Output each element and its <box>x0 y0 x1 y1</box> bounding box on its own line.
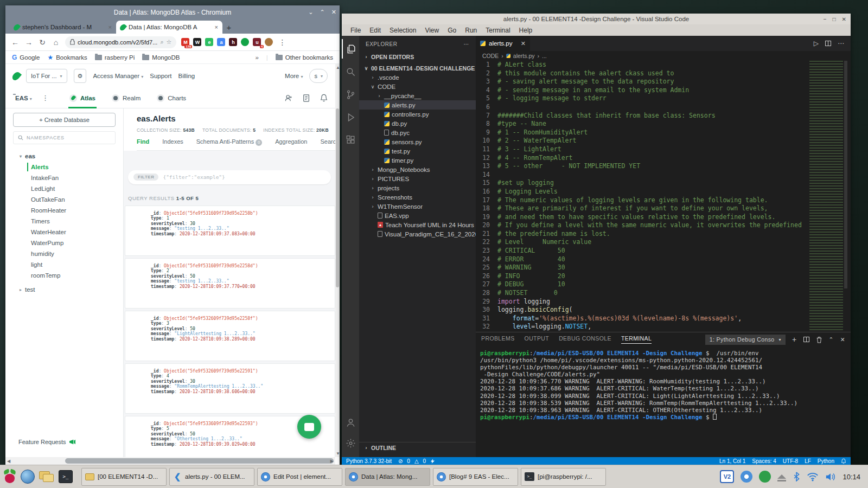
outline-section[interactable]: ›OUTLINE <box>359 442 476 453</box>
tree-item-w1themsensor[interactable]: ›W1ThemSensor <box>359 202 476 211</box>
run-file-icon[interactable]: ▷ <box>814 40 819 47</box>
collection-item-light[interactable]: light <box>5 259 123 270</box>
evernote-icon[interactable]: e <box>205 38 213 46</box>
tree-item-eas-vpp[interactable]: EAS.vpp <box>359 211 476 220</box>
taskbar-window-button[interactable]: Data | Atlas: Mong... <box>345 468 430 486</box>
zoom-icon[interactable]: ⌕ <box>160 38 163 46</box>
wifi-icon[interactable] <box>807 472 819 481</box>
new-tab-button[interactable]: + <box>222 21 235 34</box>
bookmark-star-icon[interactable]: ☆ <box>167 38 172 46</box>
account-icon[interactable] <box>342 413 359 432</box>
document-card[interactable]: _id: ObjectId("5fe9f531609f739d95e2258d"… <box>125 258 335 309</box>
source-control-icon[interactable] <box>342 85 359 104</box>
filter-bar[interactable]: FILTER {"filter":"example"} <box>128 170 331 184</box>
other-bookmarks-folder[interactable]: Other bookmarks <box>276 54 333 61</box>
bookmark-item[interactable]: ★Bookmarks <box>47 54 87 61</box>
forward-icon[interactable]: → <box>24 38 33 47</box>
tab-alerts-py[interactable]: alerts.py ✕ <box>476 36 530 51</box>
eject-media-icon[interactable] <box>777 474 786 479</box>
support-link[interactable]: Support <box>150 73 171 79</box>
scroll-left-icon[interactable]: ◀ <box>7 459 10 464</box>
tree-item-mongp-notebooks[interactable]: ›Mongp_Notebooks <box>359 165 476 174</box>
bookmark-item[interactable]: rasberry Pi <box>95 54 135 61</box>
close-tab-icon[interactable]: ✕ <box>521 40 526 47</box>
green-status-tray-icon[interactable] <box>759 471 771 483</box>
org-switcher[interactable]: IoT For ...▾ <box>26 69 67 83</box>
split-terminal-icon[interactable] <box>803 337 809 342</box>
minimize-icon[interactable]: − <box>824 16 827 22</box>
explorer-icon[interactable] <box>342 39 359 59</box>
settings-gear-icon[interactable] <box>342 433 359 453</box>
panel-tab-output[interactable]: OUTPUT <box>525 335 550 344</box>
kill-terminal-icon[interactable] <box>816 336 822 343</box>
maximize-panel-icon[interactable]: ⌃ <box>829 336 834 343</box>
code-editor[interactable]: 1# ALert class2# this module contains th… <box>476 61 851 332</box>
mail-icon[interactable]: M178 <box>181 38 189 46</box>
scroll-down-icon[interactable]: ▼ <box>336 451 340 456</box>
breadcrumb[interactable]: CODE› alerts.py›... <box>476 51 851 61</box>
menu-selection[interactable]: Selection <box>385 27 420 34</box>
tree-item-00-element14-design-challenge[interactable]: ∨00 ELEMENT14 -DESIGN CHALLENGE <box>359 63 476 73</box>
tree-item--vscode[interactable]: ›.vscode <box>359 73 476 82</box>
collection-tab-search-i[interactable]: Search I <box>320 138 335 146</box>
taskbar-window-button[interactable]: [00 ELEMENT14 -D... <box>81 468 167 486</box>
bookmarks-overflow-icon[interactable]: » <box>255 54 258 61</box>
tree-item-alerts-py[interactable]: alerts.py <box>359 100 476 110</box>
menu-file[interactable]: File <box>346 27 365 34</box>
panel-tab-terminal[interactable]: TERMINAL <box>621 335 652 344</box>
indentation[interactable]: Spaces: 4 <box>752 458 776 464</box>
taskbar-window-button[interactable]: [Blog# 9 EAS - Elec... <box>433 468 518 486</box>
close-tab-icon[interactable]: × <box>108 24 112 30</box>
avatar-icon[interactable] <box>265 38 273 46</box>
close-icon[interactable]: ✕ <box>842 16 846 22</box>
open-editors-section[interactable]: ›OPEN EDITORS <box>359 52 476 61</box>
split-editor-icon[interactable] <box>825 41 831 46</box>
browser-tab[interactable]: Data | Atlas: MongoDB A× <box>116 21 222 34</box>
taskbar-window-button[interactable]: ❮alerts.py - 00 ELEM... <box>169 468 254 486</box>
access-manager-menu[interactable]: Access Manager ▾ <box>93 73 143 79</box>
terminal-selector[interactable]: 1: Python Debug Conso▾ <box>705 335 786 345</box>
vertical-scrollbar[interactable]: ▲ ▼ <box>335 64 340 457</box>
explorer-more-icon[interactable]: ⋯ <box>464 41 470 47</box>
invite-user-icon[interactable] <box>285 94 293 102</box>
bluetooth-icon[interactable] <box>793 472 800 481</box>
namespaces-search-input[interactable]: NAMESPACES <box>13 131 116 144</box>
menu-edit[interactable]: Edit <box>365 27 385 34</box>
terminal-launcher-icon[interactable]: >_ <box>59 470 73 483</box>
home-icon[interactable]: ⌂ <box>52 38 60 47</box>
browser-titlebar[interactable]: Data | Atlas: MongoDB Atlas - Chromium ⌄… <box>5 5 340 19</box>
product-tab-atlas[interactable]: Atlas <box>68 88 97 108</box>
collection-item-waterheater[interactable]: WaterHeater <box>5 227 123 237</box>
new-terminal-icon[interactable]: + <box>792 335 797 344</box>
web-browser-launcher-icon[interactable] <box>21 470 35 484</box>
maximize-icon[interactable]: □ <box>833 16 836 22</box>
scroll-right-icon[interactable]: ▶ <box>330 459 334 464</box>
tree-item-db-pyc[interactable]: db.pyc <box>359 128 476 137</box>
editor-more-icon[interactable]: ⋯ <box>838 40 844 47</box>
collection-item-waterpump[interactable]: WaterPump <box>5 237 123 248</box>
billing-link[interactable]: Billing <box>178 73 195 79</box>
maximize-icon[interactable]: ⌃ <box>320 9 325 16</box>
tree-item-timer-py[interactable]: timer.py <box>359 156 476 165</box>
file-manager-launcher-icon[interactable] <box>39 470 54 483</box>
menu-view[interactable]: View <box>420 27 443 34</box>
browser-tab[interactable]: stephen's Dashboard - M× <box>10 21 116 34</box>
browser-menu-icon[interactable]: ⋮ <box>278 38 286 47</box>
tree-item-code[interactable]: ∨CODE <box>359 82 476 91</box>
document-card[interactable]: _id: ObjectId("5fe9f531609f739d95e2258b"… <box>125 206 335 256</box>
filter-input[interactable]: {"filter":"example"} <box>163 174 225 180</box>
python-version[interactable]: Python 3.7.3 32-bit <box>346 458 392 464</box>
encoding[interactable]: UTF-8 <box>783 458 798 464</box>
taskbar-window-button[interactable]: Edit Post | element... <box>257 468 342 486</box>
close-icon[interactable]: ✕ <box>331 9 336 16</box>
extensions-icon[interactable] <box>342 130 359 150</box>
collection-item-outtakefan[interactable]: OutTakeFan <box>5 194 123 205</box>
menu-terminal[interactable]: Terminal <box>481 27 514 34</box>
collection-tab-schema-anti-patterns[interactable]: Schema Anti-Patterns0 <box>196 138 262 146</box>
menu-run[interactable]: Run <box>461 27 481 34</box>
tree-item-db-py[interactable]: db.py <box>359 119 476 128</box>
tree-item-sensors-py[interactable]: sensors.py <box>359 137 476 146</box>
problems-summary[interactable]: ⊘0 △0 <box>398 458 435 464</box>
collection-item-alerts[interactable]: Alerts <box>5 162 123 172</box>
tree-item-visual-paradigm-ce-16-2-202011[interactable]: Visual_Paradigm_CE_16_2_2020110... <box>359 229 476 239</box>
